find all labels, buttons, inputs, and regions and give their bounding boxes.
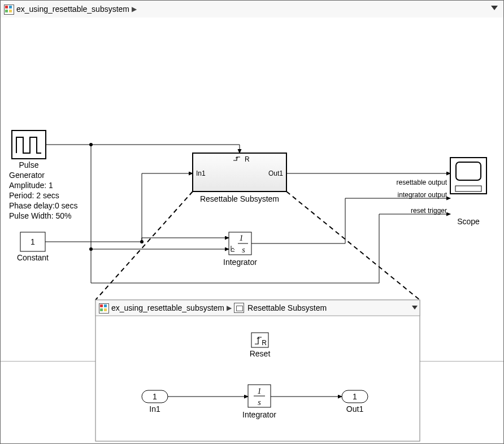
breadcrumb-bar: ex_using_resettable_subsystem ▶: [1, 1, 503, 18]
model-icon: [4, 5, 13, 14]
subsystem-out-label: Out1: [268, 169, 283, 177]
integrator-block[interactable]: 1 s: [229, 232, 251, 255]
inner-panel: [95, 300, 420, 441]
inner-in1-num: 1: [153, 392, 157, 401]
inner-reset-block[interactable]: R: [251, 333, 268, 347]
subsystem-name: Resettable Subsystem: [200, 194, 279, 203]
signal-label-2: reset trigger: [411, 207, 447, 215]
pulse-param-3: Pulse Width: 50%: [9, 211, 72, 220]
inner-in1-name: In1: [149, 404, 160, 413]
breadcrumb-menu-icon[interactable]: [491, 6, 498, 10]
integrator-numer: 1: [240, 234, 244, 242]
signal-to-reset-port: [91, 145, 240, 153]
pulse-name-row1: Pulse: [19, 160, 38, 169]
breadcrumb-separator-icon: ▶: [132, 5, 137, 13]
inner-breadcrumb-root[interactable]: ex_using_resettable_subsystem: [111, 303, 224, 312]
pulse-name-row2: Generator: [9, 171, 45, 180]
subsystem-in-label: In1: [196, 169, 206, 177]
inner-out1-name: Out1: [346, 404, 364, 413]
diagram-svg: Pulse Generator Amplitude: 1 Period: 2 s…: [1, 18, 503, 443]
reset-port-label: R: [245, 155, 250, 163]
integrator-denom: s: [242, 246, 245, 254]
inner-integrator-numer: 1: [258, 387, 262, 395]
scope-name: Scope: [457, 217, 480, 226]
inner-reset-name: Reset: [250, 349, 271, 358]
signal-to-subsys-in1: [142, 173, 193, 242]
svg-rect-7: [455, 186, 481, 191]
svg-rect-9: [95, 300, 420, 441]
scope-screen-icon: [456, 162, 481, 180]
pulse-generator-block[interactable]: [12, 130, 46, 159]
inner-subsystem-icon: [234, 303, 244, 313]
inner-breadcrumb-child[interactable]: Resettable Subsystem: [247, 303, 327, 312]
inner-integrator-block[interactable]: 1 s: [248, 385, 271, 407]
model-canvas[interactable]: Pulse Generator Amplitude: 1 Period: 2 s…: [1, 18, 503, 443]
inner-model-icon: [99, 303, 108, 312]
breadcrumb-root[interactable]: ex_using_resettable_subsystem: [16, 5, 129, 14]
integrator-name: Integrator: [223, 258, 257, 267]
inner-in1-block[interactable]: 1: [142, 390, 168, 403]
inner-out1-block[interactable]: 1: [342, 390, 368, 403]
pulse-param-2: Phase delay:0 secs: [9, 201, 77, 210]
callout-line-right: [286, 191, 420, 300]
constant-name: Constant: [17, 253, 49, 262]
inner-integrator-denom: s: [258, 398, 261, 407]
signal-label-0: resettable output: [397, 179, 447, 186]
signal-integrator-out-path: [251, 198, 345, 243]
inner-reset-label-r: R: [262, 339, 267, 347]
resettable-subsystem-block[interactable]: R In1 Out1: [193, 153, 286, 191]
inner-integrator-name: Integrator: [242, 410, 276, 419]
callout-line-left: [95, 191, 193, 300]
inner-breadcrumb-bar: ex_using_resettable_subsystem ▶ Resettab…: [95, 300, 423, 316]
app-frame: ex_using_resettable_subsystem ▶ Pulse Ge…: [0, 0, 504, 444]
pulse-param-1: Period: 2 secs: [9, 191, 59, 200]
pulse-param-0: Amplitude: 1: [9, 181, 53, 190]
inner-crumb-sep1-icon: ▶: [227, 304, 232, 312]
scope-block[interactable]: [450, 158, 486, 194]
inner-out1-num: 1: [353, 392, 357, 401]
constant-value: 1: [31, 237, 35, 246]
constant-block[interactable]: 1: [20, 232, 45, 251]
inner-menu-triangle-icon[interactable]: [412, 306, 418, 310]
signal-label-1: integrator output: [398, 191, 447, 199]
